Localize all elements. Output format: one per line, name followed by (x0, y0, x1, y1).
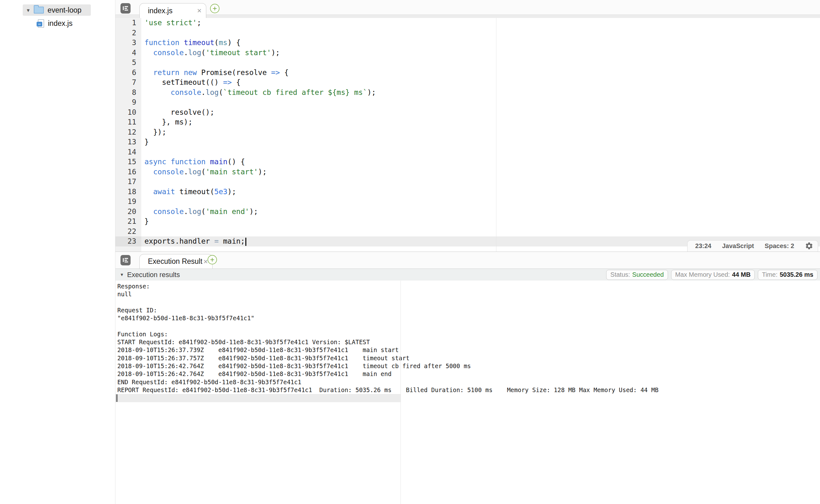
code-line (141, 227, 820, 237)
add-tab-button[interactable]: + (210, 4, 219, 13)
badge-value: 5035.26 ms (780, 271, 813, 278)
cursor-position[interactable]: 23:24 (695, 242, 711, 250)
code-editor[interactable]: 1234567891011121314151617181920212223 'u… (115, 18, 820, 252)
code-line (141, 58, 820, 68)
line-number[interactable]: 11 (115, 117, 141, 127)
indentation-setting[interactable]: Spaces: 2 (765, 242, 794, 250)
output-cursor-line (115, 394, 400, 402)
collapse-triangle-icon[interactable]: ▼ (120, 273, 124, 277)
tab-title: Execution Result (148, 257, 202, 266)
output-line: Request ID: (115, 306, 820, 314)
code-line: console.log('timeout start'); (141, 48, 820, 58)
output-line: Response: (115, 282, 820, 290)
execution-results-header: ▼ Execution results Status:SucceededMax … (115, 269, 820, 281)
line-number[interactable]: 1 (115, 18, 141, 28)
output-line: Function Logs: (115, 330, 820, 338)
tab-list-icon (120, 3, 131, 14)
line-number[interactable]: 21 (115, 217, 141, 227)
language-mode[interactable]: JavaScript (722, 242, 754, 250)
line-number[interactable]: 7 (115, 78, 141, 88)
code-line: }); (141, 127, 820, 137)
line-number[interactable]: 3 (115, 38, 141, 48)
output-line (115, 298, 820, 306)
execution-output[interactable]: Response:nullRequest ID:"e841f902-b50d-1… (115, 281, 820, 504)
text-cursor (116, 394, 118, 402)
output-print-margin-line (400, 281, 401, 504)
tree-item-folder[interactable]: ▼ event-loop (23, 4, 91, 16)
result-badges: Status:SucceededMax Memory Used:44 MBTim… (606, 270, 817, 280)
status-badge: Status:Succeeded (606, 270, 668, 280)
output-line: START RequestId: e841f902-b50d-11e8-8c31… (115, 338, 820, 346)
tab-index-js[interactable]: index.js × (139, 3, 206, 18)
line-number[interactable]: 18 (115, 187, 141, 197)
code-line: async function main() { (141, 157, 820, 167)
line-number[interactable]: 16 (115, 167, 141, 177)
line-number[interactable]: 8 (115, 88, 141, 98)
code-line: setTimeout(() => { (141, 78, 820, 88)
line-number[interactable]: 15 (115, 157, 141, 167)
line-number[interactable]: 10 (115, 107, 141, 118)
code-line: function timeout(ms) { (141, 38, 820, 48)
code-line: resolve(); (141, 107, 820, 118)
code-line (141, 97, 820, 107)
print-margin-line (496, 18, 497, 252)
tab-title: index.js (148, 7, 172, 15)
tab-list-button[interactable] (120, 255, 131, 265)
code-line: }, ms); (141, 117, 820, 127)
file-tree-sidebar: ▼ event-loop ‹› index.js (0, 0, 115, 504)
editor-pane: index.js × + 123456789101112131415161718… (115, 0, 820, 252)
line-number[interactable]: 4 (115, 48, 141, 58)
results-tab-bar: Execution Result × + (115, 252, 820, 269)
code-line: 'use strict'; (141, 18, 820, 28)
output-lines: Response:nullRequest ID:"e841f902-b50d-1… (115, 282, 820, 402)
results-header-title: Execution results (127, 271, 180, 279)
code-lines: 'use strict';function timeout(ms) { cons… (141, 18, 820, 246)
code-line: } (141, 137, 820, 147)
code-line: console.log('main end'); (141, 207, 820, 217)
execution-result-pane: Execution Result × + ▼ Execution results… (115, 252, 820, 504)
badge-label: Status: (610, 271, 630, 278)
js-file-icon: ‹› (38, 19, 44, 28)
code-line (141, 177, 820, 187)
line-number[interactable]: 17 (115, 177, 141, 187)
code-line (141, 197, 820, 207)
tab-list-icon (120, 255, 131, 265)
code-line (141, 28, 820, 38)
output-line: "e841f902-b50d-11e8-8c31-9b3f5f7e41c1" (115, 314, 820, 322)
add-tab-button[interactable]: + (207, 255, 217, 264)
folder-name: event-loop (48, 6, 81, 14)
line-number[interactable]: 12 (115, 127, 141, 137)
gutter[interactable]: 1234567891011121314151617181920212223 (115, 18, 141, 252)
line-number[interactable]: 23 (115, 236, 141, 246)
line-number[interactable]: 13 (115, 137, 141, 147)
close-icon[interactable]: × (203, 258, 208, 265)
tab-list-button[interactable] (120, 3, 131, 14)
line-number[interactable]: 19 (115, 197, 141, 207)
tree-item-file[interactable]: ‹› index.js (38, 18, 73, 29)
output-line: null (115, 290, 820, 298)
code-line: await timeout(5e3); (141, 187, 820, 197)
output-line: 2018-09-10T15:26:37.757Z e841f902-b50d-1… (115, 354, 820, 362)
close-icon[interactable]: × (197, 7, 201, 14)
badge-value: Succeeded (632, 271, 664, 278)
line-number[interactable]: 5 (115, 58, 141, 68)
status-badge: Max Memory Used:44 MB (671, 270, 755, 280)
line-number[interactable]: 6 (115, 68, 141, 78)
editor-status-bar: 23:24 JavaScript Spaces: 2 (687, 240, 818, 252)
folder-icon (34, 7, 44, 14)
line-number[interactable]: 9 (115, 97, 141, 107)
gear-icon[interactable] (805, 242, 813, 250)
line-number[interactable]: 2 (115, 28, 141, 38)
js-file-badge: ‹› (37, 22, 42, 26)
output-line: 2018-09-10T15:26:42.764Z e841f902-b50d-1… (115, 370, 820, 378)
output-line: REPORT RequestId: e841f902-b50d-11e8-8c3… (115, 386, 820, 394)
code-line: return new Promise(resolve => { (141, 68, 820, 78)
badge-label: Time: (762, 271, 777, 278)
disclosure-triangle-icon[interactable]: ▼ (26, 8, 31, 13)
line-number[interactable]: 22 (115, 227, 141, 237)
line-number[interactable]: 20 (115, 207, 141, 217)
text-cursor (245, 238, 246, 246)
editor-tab-bar: index.js × + (115, 0, 820, 18)
tab-execution-result[interactable]: Execution Result × (139, 254, 212, 269)
line-number[interactable]: 14 (115, 147, 141, 157)
